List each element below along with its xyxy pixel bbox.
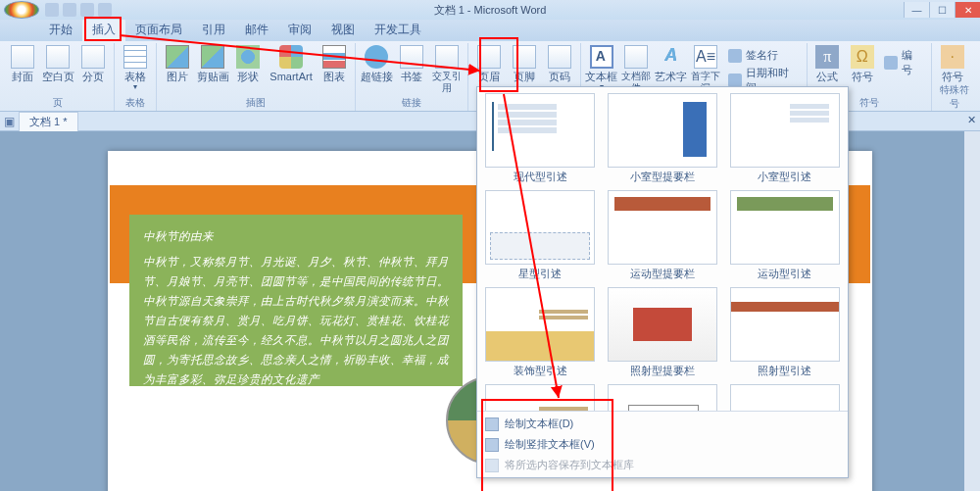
gallery-scroll[interactable]: 现代型引述小室型提要栏小室型引述星型引述运动型提要栏运动型引述装饰型引述照射型提…	[477, 87, 848, 411]
tab-home[interactable]: 开始	[39, 19, 82, 41]
signature-button[interactable]: 签名行	[724, 47, 803, 64]
word-doc-icon: ▣	[4, 115, 15, 128]
tab-review[interactable]: 审阅	[278, 19, 321, 41]
signature-icon	[728, 49, 742, 63]
wordart-icon: A	[660, 45, 683, 69]
link-icon	[360, 40, 393, 74]
bookmark-button[interactable]: 书签	[395, 45, 428, 82]
gallery-thumb	[485, 287, 595, 362]
gallery-item[interactable]: 星型引述	[481, 188, 600, 283]
gallery-item[interactable]: 照射型提要栏	[604, 285, 722, 380]
gallery-item-label: 现代型引述	[514, 170, 567, 184]
group-label: 插图	[161, 95, 351, 111]
draw-textbox-action[interactable]: 绘制文本框(D)	[477, 414, 848, 434]
group-label: 链接	[360, 95, 464, 111]
picture-button[interactable]: 图片	[161, 45, 194, 82]
gallery-item-label: 运动型提要栏	[630, 267, 695, 281]
dropcap-icon: A≡	[694, 45, 717, 69]
picture-icon	[166, 45, 189, 69]
draw-vertical-textbox-action[interactable]: 绘制竖排文本框(V)	[477, 434, 848, 455]
save-selection-action: 将所选内容保存到文本框库	[477, 455, 848, 475]
crossref-icon	[435, 45, 459, 69]
gallery-item-label: 小室型提要栏	[630, 170, 695, 184]
footer-button[interactable]: 页脚	[508, 45, 541, 82]
smartart-button[interactable]: SmartArt	[267, 45, 316, 82]
save-icon[interactable]	[45, 3, 59, 17]
gallery-thumb	[608, 190, 717, 265]
tab-page-layout[interactable]: 页面布局	[125, 19, 192, 41]
gallery-item[interactable]: 运动型提要栏	[604, 188, 722, 283]
close-document-tab[interactable]: ✕	[967, 114, 976, 126]
symbol-button[interactable]: Ω符号	[846, 45, 878, 82]
symbols-small-stack: 编号	[880, 45, 926, 78]
gallery-thumb	[485, 384, 595, 411]
tab-insert[interactable]: 插入	[82, 19, 125, 41]
equation-button[interactable]: π公式	[811, 45, 844, 82]
vertical-textbox-icon	[485, 438, 499, 452]
redo-icon[interactable]	[80, 3, 94, 17]
blank-page-button[interactable]: 空白页	[41, 45, 74, 82]
gallery-item-label: 星型引述	[518, 267, 562, 281]
chart-icon	[322, 45, 346, 69]
document-tab[interactable]: 文档 1 *	[19, 112, 78, 131]
tab-mail[interactable]: 邮件	[235, 19, 278, 41]
footer-icon	[513, 45, 536, 69]
gallery-thumb	[608, 384, 717, 411]
tab-references[interactable]: 引用	[192, 19, 235, 41]
green-textbox[interactable]: 中秋节的由来 中秋节，又称祭月节、月光诞、月夕、秋节、仲秋节、拜月节、月娘节、月…	[129, 215, 463, 386]
office-button[interactable]	[4, 1, 39, 19]
parts-icon	[624, 45, 648, 69]
gallery-item[interactable]: 现代型引述	[481, 91, 600, 186]
clipart-button[interactable]: 剪贴画	[196, 45, 229, 82]
group-label: 特殊符号	[936, 82, 974, 112]
group-label: 页	[6, 95, 110, 111]
table-button[interactable]: 表格▾	[119, 45, 152, 91]
textbox-button[interactable]: 文本框▾	[585, 45, 617, 91]
vertical-scrollbar[interactable]	[964, 131, 980, 491]
tab-dev[interactable]: 开发工具	[365, 19, 431, 41]
tab-view[interactable]: 视图	[321, 19, 365, 41]
numbering-button[interactable]: 编号	[880, 47, 926, 78]
shapes-button[interactable]: 形状	[231, 45, 265, 82]
crossref-button[interactable]: 交叉引用	[430, 45, 464, 94]
gallery-item[interactable]: 装饰型引述	[481, 285, 600, 380]
page-number-icon	[548, 45, 571, 69]
special-symbol-button[interactable]: ·符号	[936, 45, 969, 82]
gallery-item[interactable]: 字母表型提要栏	[604, 382, 722, 411]
undo-icon[interactable]	[63, 3, 76, 17]
gallery-item[interactable]: 小室型引述	[725, 91, 844, 186]
title-bar: 文档 1 - Microsoft Word — ☐ ✕	[0, 0, 980, 20]
shapes-icon	[236, 45, 260, 69]
gallery-thumb	[730, 384, 840, 411]
gallery-item-label: 照射型引述	[758, 364, 811, 378]
textbox-small-icon	[485, 417, 499, 431]
gallery-footer: 绘制文本框(D) 绘制竖排文本框(V) 将所选内容保存到文本框库	[477, 411, 848, 477]
gallery-thumb	[730, 287, 840, 362]
print-icon[interactable]	[98, 3, 112, 17]
gallery-item[interactable]: 装饰型引述	[481, 382, 600, 411]
group-illustrations: 图片 剪贴画 形状 SmartArt 图表 插图	[157, 43, 356, 111]
header-button[interactable]: 页眉	[472, 45, 506, 82]
maximize-button[interactable]: ☐	[929, 2, 955, 18]
gallery-item-label: 小室型引述	[758, 170, 811, 184]
green-body: 中秋节，又称祭月节、月光诞、月夕、秋节、仲秋节、拜月节、月娘节、月亮节、团圆节等…	[143, 252, 449, 389]
page-break-icon	[81, 45, 105, 69]
cover-page-button[interactable]: 封面	[6, 45, 39, 82]
gallery-item[interactable]: 小室型提要栏	[604, 91, 722, 186]
page-number-button[interactable]: 页码	[543, 45, 576, 82]
gallery-item[interactable]: 照射型引述	[725, 285, 844, 380]
gallery-item[interactable]: 字母表型引述	[725, 382, 844, 411]
hyperlink-button[interactable]: 超链接	[360, 45, 393, 82]
cover-page-icon	[11, 45, 34, 69]
gallery-item[interactable]: 运动型引述	[725, 188, 844, 283]
gallery-item-label: 照射型提要栏	[630, 364, 695, 378]
page-break-button[interactable]: 分页	[76, 45, 110, 82]
wordart-button[interactable]: A艺术字	[655, 45, 687, 82]
chart-button[interactable]: 图表	[318, 45, 351, 82]
close-button[interactable]: ✕	[955, 2, 980, 18]
minimize-button[interactable]: —	[904, 2, 929, 18]
chevron-down-icon: ▾	[133, 82, 137, 91]
header-icon	[477, 45, 501, 69]
textbox-icon	[590, 45, 613, 69]
gallery-item-label: 运动型引述	[758, 267, 811, 281]
